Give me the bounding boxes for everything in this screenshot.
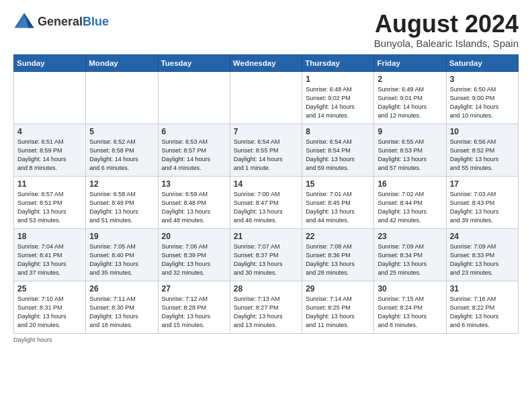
calendar-cell: 23Sunrise: 7:09 AM Sunset: 8:34 PM Dayli… xyxy=(374,228,446,281)
calendar-cell: 29Sunrise: 7:14 AM Sunset: 8:25 PM Dayli… xyxy=(302,281,374,333)
location: Bunyola, Balearic Islands, Spain xyxy=(374,38,519,49)
day-number: 14 xyxy=(234,179,298,189)
col-header-wednesday: Wednesday xyxy=(230,54,302,71)
calendar-cell: 16Sunrise: 7:02 AM Sunset: 8:44 PM Dayli… xyxy=(374,176,446,228)
day-info: Sunrise: 7:00 AM Sunset: 8:47 PM Dayligh… xyxy=(234,190,298,225)
day-info: Sunrise: 6:50 AM Sunset: 9:00 PM Dayligh… xyxy=(450,85,515,120)
col-header-thursday: Thursday xyxy=(302,54,374,71)
col-header-saturday: Saturday xyxy=(446,54,518,71)
day-info: Sunrise: 7:07 AM Sunset: 8:37 PM Dayligh… xyxy=(234,242,298,277)
day-info: Sunrise: 6:59 AM Sunset: 8:48 PM Dayligh… xyxy=(162,190,226,225)
calendar-cell: 8Sunrise: 6:54 AM Sunset: 8:54 PM Daylig… xyxy=(302,124,374,176)
calendar-cell: 2Sunrise: 6:49 AM Sunset: 9:01 PM Daylig… xyxy=(374,71,446,124)
calendar-cell: 20Sunrise: 7:06 AM Sunset: 8:39 PM Dayli… xyxy=(158,228,230,281)
day-info: Sunrise: 6:49 AM Sunset: 9:01 PM Dayligh… xyxy=(378,85,442,120)
logo: GeneralBlue xyxy=(13,11,109,32)
day-number: 24 xyxy=(450,232,515,241)
calendar-cell xyxy=(230,71,302,124)
calendar-cell: 15Sunrise: 7:01 AM Sunset: 8:45 PM Dayli… xyxy=(302,176,374,228)
calendar-body: 1Sunrise: 6:48 AM Sunset: 9:02 PM Daylig… xyxy=(14,71,519,333)
calendar-cell: 31Sunrise: 7:16 AM Sunset: 8:22 PM Dayli… xyxy=(446,281,518,333)
daylight-label: Daylight hours xyxy=(13,336,52,343)
calendar-header-row: SundayMondayTuesdayWednesdayThursdayFrid… xyxy=(14,54,519,71)
calendar-cell: 4Sunrise: 6:51 AM Sunset: 8:59 PM Daylig… xyxy=(14,124,86,176)
day-info: Sunrise: 7:13 AM Sunset: 8:27 PM Dayligh… xyxy=(234,295,298,330)
week-row-3: 11Sunrise: 6:57 AM Sunset: 8:51 PM Dayli… xyxy=(14,176,519,228)
day-number: 17 xyxy=(450,179,515,189)
day-number: 29 xyxy=(306,284,370,293)
day-info: Sunrise: 7:04 AM Sunset: 8:41 PM Dayligh… xyxy=(17,242,82,277)
calendar-cell: 11Sunrise: 6:57 AM Sunset: 8:51 PM Dayli… xyxy=(14,176,86,228)
day-number: 16 xyxy=(378,179,442,189)
day-info: Sunrise: 6:51 AM Sunset: 8:59 PM Dayligh… xyxy=(17,138,82,173)
day-number: 10 xyxy=(450,127,515,136)
day-info: Sunrise: 6:56 AM Sunset: 8:52 PM Dayligh… xyxy=(450,138,515,173)
header: GeneralBlue August 2024 Bunyola, Baleari… xyxy=(13,11,519,49)
logo-icon xyxy=(13,11,35,32)
day-info: Sunrise: 6:52 AM Sunset: 8:58 PM Dayligh… xyxy=(89,138,154,173)
day-number: 18 xyxy=(17,232,82,241)
footer-note: Daylight hours xyxy=(13,336,519,343)
day-info: Sunrise: 7:09 AM Sunset: 8:34 PM Dayligh… xyxy=(378,242,442,277)
day-number: 5 xyxy=(89,127,154,136)
day-number: 15 xyxy=(306,179,370,189)
logo-text: GeneralBlue xyxy=(38,15,109,29)
calendar-cell: 1Sunrise: 6:48 AM Sunset: 9:02 PM Daylig… xyxy=(302,71,374,124)
day-info: Sunrise: 7:09 AM Sunset: 8:33 PM Dayligh… xyxy=(450,242,515,277)
calendar-cell: 22Sunrise: 7:08 AM Sunset: 8:36 PM Dayli… xyxy=(302,228,374,281)
day-info: Sunrise: 7:12 AM Sunset: 8:28 PM Dayligh… xyxy=(162,295,226,330)
calendar-cell: 25Sunrise: 7:10 AM Sunset: 8:31 PM Dayli… xyxy=(14,281,86,333)
day-number: 6 xyxy=(162,127,226,136)
day-info: Sunrise: 7:11 AM Sunset: 8:30 PM Dayligh… xyxy=(89,295,154,330)
calendar-cell: 27Sunrise: 7:12 AM Sunset: 8:28 PM Dayli… xyxy=(158,281,230,333)
title-block: August 2024 Bunyola, Balearic Islands, S… xyxy=(374,11,519,49)
day-info: Sunrise: 7:08 AM Sunset: 8:36 PM Dayligh… xyxy=(306,242,370,277)
day-info: Sunrise: 6:48 AM Sunset: 9:02 PM Dayligh… xyxy=(306,85,370,120)
day-number: 23 xyxy=(378,232,442,241)
calendar-cell: 28Sunrise: 7:13 AM Sunset: 8:27 PM Dayli… xyxy=(230,281,302,333)
day-number: 21 xyxy=(234,232,298,241)
calendar-cell: 7Sunrise: 6:54 AM Sunset: 8:55 PM Daylig… xyxy=(230,124,302,176)
col-header-sunday: Sunday xyxy=(14,54,86,71)
day-info: Sunrise: 6:53 AM Sunset: 8:57 PM Dayligh… xyxy=(162,138,226,173)
day-number: 4 xyxy=(17,127,82,136)
week-row-5: 25Sunrise: 7:10 AM Sunset: 8:31 PM Dayli… xyxy=(14,281,519,333)
calendar-cell: 9Sunrise: 6:55 AM Sunset: 8:53 PM Daylig… xyxy=(374,124,446,176)
calendar-cell: 30Sunrise: 7:15 AM Sunset: 8:24 PM Dayli… xyxy=(374,281,446,333)
day-info: Sunrise: 7:02 AM Sunset: 8:44 PM Dayligh… xyxy=(378,190,442,225)
day-number: 12 xyxy=(89,179,154,189)
day-info: Sunrise: 7:14 AM Sunset: 8:25 PM Dayligh… xyxy=(306,295,370,330)
day-info: Sunrise: 7:03 AM Sunset: 8:43 PM Dayligh… xyxy=(450,190,515,225)
day-number: 22 xyxy=(306,232,370,241)
day-number: 3 xyxy=(450,75,515,84)
day-info: Sunrise: 7:10 AM Sunset: 8:31 PM Dayligh… xyxy=(17,295,82,330)
day-info: Sunrise: 6:57 AM Sunset: 8:51 PM Dayligh… xyxy=(17,190,82,225)
week-row-1: 1Sunrise: 6:48 AM Sunset: 9:02 PM Daylig… xyxy=(14,71,519,124)
day-number: 31 xyxy=(450,284,515,293)
calendar-cell xyxy=(86,71,158,124)
day-number: 30 xyxy=(378,284,442,293)
week-row-4: 18Sunrise: 7:04 AM Sunset: 8:41 PM Dayli… xyxy=(14,228,519,281)
day-info: Sunrise: 7:15 AM Sunset: 8:24 PM Dayligh… xyxy=(378,295,442,330)
calendar-cell: 5Sunrise: 6:52 AM Sunset: 8:58 PM Daylig… xyxy=(86,124,158,176)
day-number: 19 xyxy=(89,232,154,241)
day-number: 25 xyxy=(17,284,82,293)
calendar-cell: 6Sunrise: 6:53 AM Sunset: 8:57 PM Daylig… xyxy=(158,124,230,176)
calendar-cell: 13Sunrise: 6:59 AM Sunset: 8:48 PM Dayli… xyxy=(158,176,230,228)
calendar-cell: 18Sunrise: 7:04 AM Sunset: 8:41 PM Dayli… xyxy=(14,228,86,281)
col-header-tuesday: Tuesday xyxy=(158,54,230,71)
calendar-cell: 12Sunrise: 6:58 AM Sunset: 8:49 PM Dayli… xyxy=(86,176,158,228)
day-number: 11 xyxy=(17,179,82,189)
page: GeneralBlue August 2024 Bunyola, Baleari… xyxy=(0,0,532,350)
calendar-cell: 24Sunrise: 7:09 AM Sunset: 8:33 PM Dayli… xyxy=(446,228,518,281)
day-number: 13 xyxy=(162,179,226,189)
day-number: 1 xyxy=(306,75,370,84)
day-number: 27 xyxy=(162,284,226,293)
logo-blue: Blue xyxy=(83,15,109,28)
day-number: 26 xyxy=(89,284,154,293)
calendar-cell xyxy=(158,71,230,124)
day-number: 8 xyxy=(306,127,370,136)
calendar-table: SundayMondayTuesdayWednesdayThursdayFrid… xyxy=(13,54,519,334)
day-number: 7 xyxy=(234,127,298,136)
day-info: Sunrise: 6:54 AM Sunset: 8:54 PM Dayligh… xyxy=(306,138,370,173)
